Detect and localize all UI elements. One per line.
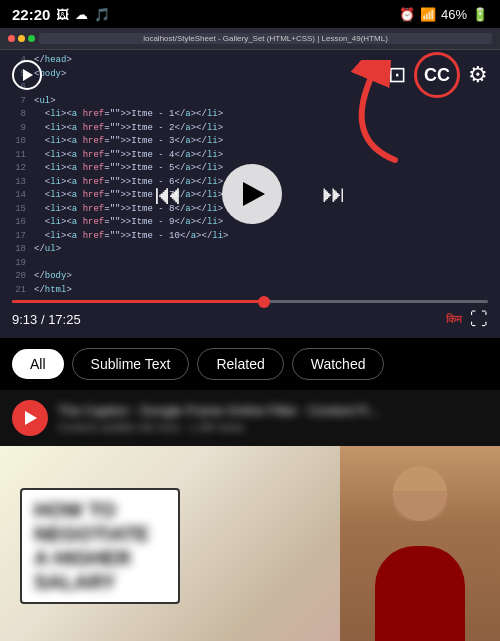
play-triangle-icon [23, 69, 33, 81]
svg-marker-1 [25, 411, 37, 425]
skip-next-icon[interactable]: ⏭ [322, 180, 346, 208]
play-button[interactable] [222, 164, 282, 224]
small-play-button[interactable] [12, 60, 42, 90]
cc-icon: CC [424, 65, 450, 86]
bottom-right-icons: किम ⛶ [446, 309, 488, 330]
minimize-dot [18, 35, 25, 42]
channel-icon [12, 400, 48, 436]
music-icon: 🎵 [94, 7, 110, 22]
video-card[interactable]: HOW TO NEGOTIATE A HIGHER SALARY [0, 446, 500, 641]
cloud-icon: ☁ [75, 7, 88, 22]
tab-related[interactable]: Related [197, 348, 283, 380]
thumbnail-heading-line2: A HIGHER SALARY [34, 546, 166, 594]
settings-icon[interactable]: ⚙ [468, 62, 488, 88]
cc-button[interactable]: CC [414, 52, 460, 98]
status-bar: 22:20 🖼 ☁ 🎵 ⏰ 📶 46% 🔋 [0, 0, 500, 28]
video-list-item[interactable]: The Caption - Google Frame Online Filter… [0, 390, 500, 446]
browser-bar: localhost/StyleSheet - Gallery_Set (HTML… [0, 28, 500, 50]
wifi-icon: 📶 [420, 7, 436, 22]
play-icon [20, 408, 40, 428]
thumbnail-left: HOW TO NEGOTIATE A HIGHER SALARY [0, 468, 340, 624]
thumbnail-heading-line1: HOW TO NEGOTIATE [34, 498, 166, 546]
progress-thumb[interactable] [258, 296, 270, 308]
tab-sublime-text[interactable]: Sublime Text [72, 348, 190, 380]
video-subtitle: Content subtitle info here · 1.2M views [58, 421, 488, 433]
tab-all[interactable]: All [12, 349, 64, 379]
tab-watched[interactable]: Watched [292, 348, 385, 380]
time-display: 9:13 / 17:25 [12, 312, 81, 327]
alarm-icon: ⏰ [399, 7, 415, 22]
play-triangle-icon [243, 182, 265, 206]
video-thumbnail: HOW TO NEGOTIATE A HIGHER SALARY [0, 446, 500, 641]
maximize-dot [28, 35, 35, 42]
tabs-row: All Sublime Text Related Watched [12, 348, 488, 380]
video-title-area: The Caption - Google Frame Online Filter… [58, 403, 488, 434]
watermark-text: किम [446, 313, 462, 326]
video-title: The Caption - Google Frame Online Filter… [58, 403, 488, 420]
top-left-controls [12, 60, 42, 90]
thumbnail-text-box: HOW TO NEGOTIATE A HIGHER SALARY [20, 488, 180, 604]
close-dot [8, 35, 15, 42]
browser-url: localhost/StyleSheet - Gallery_Set (HTML… [39, 33, 492, 44]
top-right-controls: ⊡ CC ⚙ [388, 52, 488, 98]
fullscreen-icon[interactable]: ⛶ [470, 309, 488, 330]
video-player[interactable]: localhost/StyleSheet - Gallery_Set (HTML… [0, 28, 500, 338]
bottom-row: 9:13 / 17:25 किम ⛶ [12, 309, 488, 330]
tabs-section: All Sublime Text Related Watched [0, 338, 500, 390]
person-face [393, 491, 448, 521]
progress-bar[interactable] [12, 300, 488, 303]
top-controls: ⊡ CC ⚙ [0, 50, 500, 100]
progress-fill [12, 300, 264, 303]
window-controls [8, 35, 35, 42]
thumbnail-person [340, 446, 500, 641]
bottom-controls: 9:13 / 17:25 किम ⛶ [0, 292, 500, 338]
status-time: 22:20 [12, 6, 50, 23]
status-left: 22:20 🖼 ☁ 🎵 [12, 6, 110, 23]
photo-icon: 🖼 [56, 7, 69, 22]
battery-text: 46% [441, 7, 467, 22]
cast-icon[interactable]: ⊡ [388, 62, 406, 88]
battery-icon: 🔋 [472, 7, 488, 22]
person-body [375, 546, 465, 641]
status-right: ⏰ 📶 46% 🔋 [399, 7, 488, 22]
center-controls: ⏮ ⏭ [154, 164, 346, 224]
video-list: The Caption - Google Frame Online Filter… [0, 390, 500, 641]
video-controls-overlay: ⊡ CC ⚙ ⏮ ⏭ [0, 50, 500, 338]
skip-previous-icon[interactable]: ⏮ [154, 178, 182, 211]
person-silhouette [340, 446, 500, 641]
